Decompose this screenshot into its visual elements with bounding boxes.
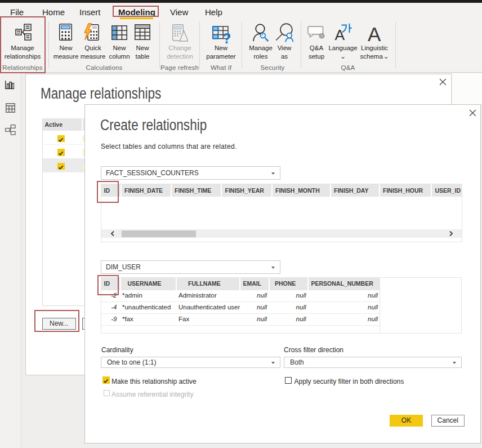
svg-text:A: A — [368, 23, 381, 42]
svg-text:A: A — [335, 26, 345, 42]
